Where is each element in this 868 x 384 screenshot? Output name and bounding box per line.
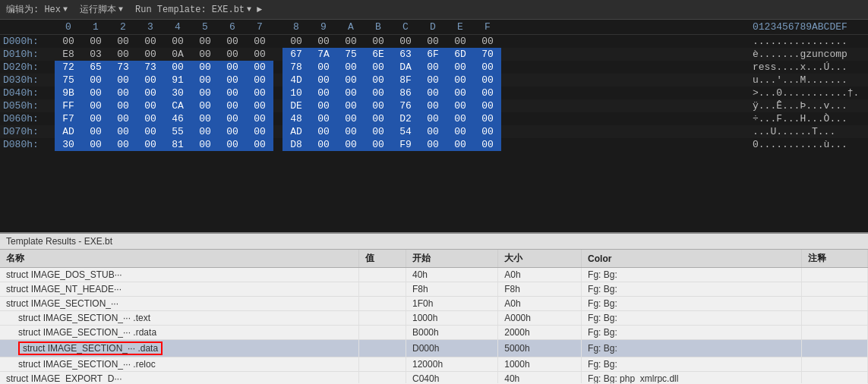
byte-3-9[interactable]: 00 bbox=[310, 74, 337, 87]
byte-6-10[interactable]: 00 bbox=[337, 112, 365, 125]
byte-6-11[interactable]: 00 bbox=[365, 112, 392, 125]
hex-row[interactable]: D010h:E80300000A000000677A756E636F6D70è.… bbox=[0, 48, 868, 61]
byte-7-8[interactable]: AD bbox=[282, 125, 310, 138]
byte-6-14[interactable]: 00 bbox=[447, 112, 474, 125]
run-script-dropdown[interactable]: 运行脚本 ▼ bbox=[80, 3, 123, 16]
hex-row[interactable]: D080h:3000000081000000D8000000F90000000.… bbox=[0, 138, 868, 151]
byte-8-0[interactable]: 30 bbox=[55, 138, 82, 151]
byte-2-0[interactable]: 72 bbox=[55, 61, 82, 74]
byte-0-12[interactable]: 00 bbox=[392, 35, 419, 48]
byte-4-0[interactable]: 9B bbox=[55, 87, 82, 99]
byte-3-3[interactable]: 00 bbox=[137, 74, 164, 87]
byte-5-3[interactable]: 00 bbox=[137, 99, 164, 112]
byte-6-15[interactable]: 00 bbox=[474, 112, 501, 125]
byte-0-10[interactable]: 00 bbox=[337, 35, 365, 48]
byte-1-7[interactable]: 00 bbox=[246, 48, 273, 61]
byte-2-12[interactable]: DA bbox=[392, 61, 419, 74]
byte-5-8[interactable]: DE bbox=[282, 99, 310, 112]
byte-7-9[interactable]: 00 bbox=[310, 125, 337, 138]
byte-7-15[interactable]: 00 bbox=[474, 125, 501, 138]
byte-3-11[interactable]: 00 bbox=[365, 74, 392, 87]
byte-5-12[interactable]: 76 bbox=[392, 99, 419, 112]
byte-3-4[interactable]: 91 bbox=[164, 74, 191, 87]
byte-1-15[interactable]: 70 bbox=[474, 48, 501, 61]
table-row[interactable]: struct IMAGE_NT_HEADE···F8hF8hFg: Bg: bbox=[0, 282, 868, 297]
byte-2-7[interactable]: 00 bbox=[246, 61, 273, 74]
byte-0-2[interactable]: 00 bbox=[109, 35, 137, 48]
byte-4-11[interactable]: 00 bbox=[365, 87, 392, 99]
byte-6-1[interactable]: 00 bbox=[82, 112, 109, 125]
byte-4-5[interactable]: 00 bbox=[191, 87, 219, 99]
byte-7-3[interactable]: 00 bbox=[137, 125, 164, 138]
byte-1-13[interactable]: 6F bbox=[419, 48, 447, 61]
table-row[interactable]: struct IMAGE_SECTION_··· .dataD000h5000h… bbox=[0, 340, 868, 357]
byte-1-0[interactable]: E8 bbox=[55, 48, 82, 61]
byte-0-3[interactable]: 00 bbox=[137, 35, 164, 48]
byte-8-10[interactable]: 00 bbox=[337, 138, 365, 151]
byte-2-8[interactable]: 78 bbox=[282, 61, 310, 74]
byte-8-14[interactable]: 00 bbox=[447, 138, 474, 151]
byte-8-13[interactable]: 00 bbox=[419, 138, 447, 151]
byte-5-9[interactable]: 00 bbox=[310, 99, 337, 112]
byte-8-8[interactable]: D8 bbox=[282, 138, 310, 151]
byte-6-9[interactable]: 00 bbox=[310, 112, 337, 125]
byte-8-5[interactable]: 00 bbox=[191, 138, 219, 151]
byte-4-4[interactable]: 30 bbox=[164, 87, 191, 99]
byte-8-9[interactable]: 00 bbox=[310, 138, 337, 151]
byte-3-13[interactable]: 00 bbox=[419, 74, 447, 87]
byte-4-10[interactable]: 00 bbox=[337, 87, 365, 99]
byte-5-5[interactable]: 00 bbox=[191, 99, 219, 112]
byte-7-1[interactable]: 00 bbox=[82, 125, 109, 138]
edit-mode-dropdown[interactable]: 编辑为: Hex ▼ bbox=[6, 3, 68, 16]
byte-7-4[interactable]: 55 bbox=[164, 125, 191, 138]
byte-4-6[interactable]: 00 bbox=[219, 87, 246, 99]
byte-1-3[interactable]: 00 bbox=[137, 48, 164, 61]
byte-6-5[interactable]: 00 bbox=[191, 112, 219, 125]
byte-4-13[interactable]: 00 bbox=[419, 87, 447, 99]
byte-0-8[interactable]: 00 bbox=[282, 35, 310, 48]
byte-0-11[interactable]: 00 bbox=[365, 35, 392, 48]
hex-row[interactable]: D050h:FF000000CA000000DE00000076000000ÿ.… bbox=[0, 99, 868, 112]
byte-5-15[interactable]: 00 bbox=[474, 99, 501, 112]
byte-3-1[interactable]: 00 bbox=[82, 74, 109, 87]
byte-1-8[interactable]: 67 bbox=[282, 48, 310, 61]
byte-8-2[interactable]: 00 bbox=[109, 138, 137, 151]
byte-0-14[interactable]: 00 bbox=[447, 35, 474, 48]
byte-4-1[interactable]: 00 bbox=[82, 87, 109, 99]
byte-4-15[interactable]: 00 bbox=[474, 87, 501, 99]
byte-6-0[interactable]: F7 bbox=[55, 112, 82, 125]
byte-3-15[interactable]: 00 bbox=[474, 74, 501, 87]
byte-2-6[interactable]: 00 bbox=[219, 61, 246, 74]
byte-2-1[interactable]: 65 bbox=[82, 61, 109, 74]
byte-6-2[interactable]: 00 bbox=[109, 112, 137, 125]
table-row[interactable]: struct IMAGE_DOS_STUB···40hA0hFg: Bg: bbox=[0, 268, 868, 282]
byte-0-4[interactable]: 00 bbox=[164, 35, 191, 48]
byte-7-2[interactable]: 00 bbox=[109, 125, 137, 138]
byte-8-4[interactable]: 81 bbox=[164, 138, 191, 151]
byte-4-7[interactable]: 00 bbox=[246, 87, 273, 99]
byte-2-5[interactable]: 00 bbox=[191, 61, 219, 74]
byte-3-12[interactable]: 8F bbox=[392, 74, 419, 87]
byte-6-4[interactable]: 46 bbox=[164, 112, 191, 125]
byte-8-11[interactable]: 00 bbox=[365, 138, 392, 151]
byte-2-13[interactable]: 00 bbox=[419, 61, 447, 74]
byte-3-10[interactable]: 00 bbox=[337, 74, 365, 87]
byte-1-14[interactable]: 6D bbox=[447, 48, 474, 61]
byte-5-7[interactable]: 00 bbox=[246, 99, 273, 112]
byte-6-13[interactable]: 00 bbox=[419, 112, 447, 125]
byte-0-15[interactable]: 00 bbox=[474, 35, 501, 48]
byte-5-10[interactable]: 00 bbox=[337, 99, 365, 112]
byte-7-11[interactable]: 00 bbox=[365, 125, 392, 138]
byte-3-14[interactable]: 00 bbox=[447, 74, 474, 87]
byte-0-9[interactable]: 00 bbox=[310, 35, 337, 48]
byte-5-2[interactable]: 00 bbox=[109, 99, 137, 112]
byte-4-3[interactable]: 00 bbox=[137, 87, 164, 99]
table-row[interactable]: struct IMAGE_SECTION_···1F0hA0hFg: Bg: bbox=[0, 297, 868, 311]
byte-2-9[interactable]: 00 bbox=[310, 61, 337, 74]
byte-3-7[interactable]: 00 bbox=[246, 74, 273, 87]
byte-7-12[interactable]: 54 bbox=[392, 125, 419, 138]
byte-2-14[interactable]: 00 bbox=[447, 61, 474, 74]
hex-row[interactable]: D000h:00000000000000000000000000000000..… bbox=[0, 35, 868, 48]
byte-6-8[interactable]: 48 bbox=[282, 112, 310, 125]
byte-0-0[interactable]: 00 bbox=[55, 35, 82, 48]
